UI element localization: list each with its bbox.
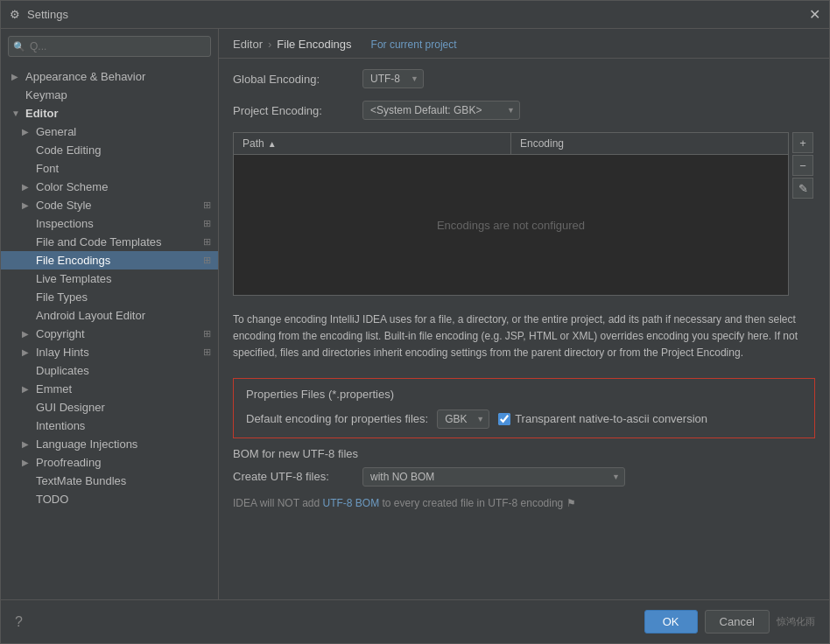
table-col-path: Path ▲ bbox=[234, 133, 511, 154]
sort-asc-icon: ▲ bbox=[268, 139, 277, 149]
encoding-info-text: To change encoding IntelliJ IDEA uses fo… bbox=[233, 304, 815, 369]
search-input[interactable] bbox=[8, 36, 211, 57]
bottom-bar-right: OK Cancel 惊鸿化雨 bbox=[644, 610, 815, 634]
project-encoding-row: Project Encoding: <System Default: GBK> … bbox=[233, 101, 815, 120]
sidebar-item-general[interactable]: ▶ General bbox=[1, 122, 218, 141]
table-body-empty: Encodings are not configured bbox=[234, 155, 788, 295]
global-encoding-dropdown[interactable]: UTF-8 ▼ bbox=[362, 69, 424, 88]
sidebar-item-label: Font bbox=[36, 162, 59, 175]
dropdown-arrow-icon: ▼ bbox=[507, 106, 515, 115]
help-button[interactable]: ? bbox=[15, 614, 23, 630]
sidebar-item-file-types[interactable]: File Types bbox=[1, 288, 218, 306]
bom-info-text: IDEA will NOT add UTF-8 BOM to every cre… bbox=[233, 497, 815, 509]
sidebar-item-code-editing[interactable]: Code Editing bbox=[1, 141, 218, 159]
badge-icon: ⊞ bbox=[203, 236, 211, 248]
sidebar-item-color-scheme[interactable]: ▶ Color Scheme bbox=[1, 178, 218, 196]
arrow-icon: ▶ bbox=[22, 384, 32, 394]
sidebar-item-emmet[interactable]: ▶ Emmet bbox=[1, 380, 218, 398]
sidebar-item-live-templates[interactable]: Live Templates bbox=[1, 270, 218, 288]
checkbox-label: Transparent native-to-ascii conversion bbox=[515, 412, 707, 425]
project-encoding-dropdown[interactable]: <System Default: GBK> ▼ bbox=[362, 101, 520, 120]
sidebar-item-duplicates[interactable]: Duplicates bbox=[1, 361, 218, 380]
sidebar-item-label: Emmet bbox=[36, 382, 72, 396]
panel-header: Editor › File Encodings For current proj… bbox=[219, 29, 829, 59]
properties-encoding-dropdown[interactable]: GBK ▼ bbox=[437, 410, 489, 429]
sidebar-item-label: Android Layout Editor bbox=[36, 309, 145, 322]
search-icon: 🔍 bbox=[13, 41, 25, 52]
properties-section-title: Properties Files (*.properties) bbox=[246, 388, 802, 401]
sidebar-item-label: Language Injections bbox=[36, 438, 137, 451]
badge-icon: ⊞ bbox=[203, 200, 211, 211]
sidebar-item-copyright[interactable]: ▶ Copyright ⊞ bbox=[1, 325, 218, 343]
sidebar-item-inspections[interactable]: Inspections ⊞ bbox=[1, 214, 218, 233]
add-encoding-button[interactable]: + bbox=[792, 132, 813, 153]
bom-create-value: with NO BOM bbox=[370, 471, 434, 483]
sidebar-item-label: GUI Designer bbox=[36, 401, 105, 414]
transparent-conversion-checkbox-wrap: Transparent native-to-ascii conversion bbox=[498, 412, 707, 425]
arrow-icon: ▶ bbox=[22, 127, 32, 136]
dropdown-arrow-icon: ▼ bbox=[476, 415, 484, 424]
dropdown-arrow-icon: ▼ bbox=[411, 74, 419, 83]
ok-button[interactable]: OK bbox=[644, 610, 698, 634]
sidebar-item-inlay-hints[interactable]: ▶ Inlay Hints ⊞ bbox=[1, 343, 218, 361]
right-panel: Editor › File Encodings For current proj… bbox=[219, 29, 829, 599]
bottom-bar: ? OK Cancel 惊鸿化雨 bbox=[1, 599, 829, 643]
remove-encoding-button[interactable]: − bbox=[792, 155, 813, 176]
panel-body: Global Encoding: UTF-8 ▼ Project Encodin… bbox=[219, 59, 829, 599]
arrow-icon: ▼ bbox=[11, 108, 22, 118]
project-encoding-value: <System Default: GBK> bbox=[370, 104, 482, 116]
dropdown-arrow-icon: ▼ bbox=[612, 472, 620, 481]
sidebar-item-label: Inspections bbox=[36, 217, 94, 230]
utf8-bom-link[interactable]: UTF-8 BOM bbox=[322, 497, 379, 509]
sidebar-item-label: Copyright bbox=[36, 327, 85, 340]
close-button[interactable]: ✕ bbox=[809, 8, 820, 22]
cancel-button[interactable]: Cancel bbox=[705, 610, 770, 634]
sidebar-item-code-style[interactable]: ▶ Code Style ⊞ bbox=[1, 196, 218, 214]
sidebar-item-label: Intentions bbox=[36, 419, 85, 432]
main-content: 🔍 ▶ Appearance & Behavior Keymap ▼ Edito… bbox=[1, 29, 829, 599]
sidebar-item-keymap[interactable]: Keymap bbox=[1, 86, 218, 104]
transparent-conversion-checkbox[interactable] bbox=[498, 413, 510, 425]
sidebar-item-language-injections[interactable]: ▶ Language Injections bbox=[1, 435, 218, 453]
bom-create-label: Create UTF-8 files: bbox=[233, 470, 355, 483]
sidebar-item-editor[interactable]: ▼ Editor bbox=[1, 104, 218, 122]
breadcrumb-parent: Editor bbox=[233, 38, 263, 51]
sidebar-item-todo[interactable]: TODO bbox=[1, 490, 218, 508]
table-header: Path ▲ Encoding bbox=[234, 133, 788, 155]
sidebar-item-label: General bbox=[36, 125, 76, 138]
table-col-encoding: Encoding bbox=[511, 133, 788, 154]
sidebar-tree: ▶ Appearance & Behavior Keymap ▼ Editor … bbox=[1, 64, 218, 599]
settings-window: ⚙ Settings ✕ 🔍 ▶ Appearance & Behavior K… bbox=[0, 0, 830, 644]
arrow-icon: ▶ bbox=[22, 182, 32, 192]
edit-encoding-button[interactable]: ✎ bbox=[792, 178, 813, 199]
for-project-link[interactable]: For current project bbox=[371, 38, 457, 51]
badge-icon: ⊞ bbox=[203, 255, 211, 266]
sidebar-item-textmate-bundles[interactable]: TextMate Bundles bbox=[1, 472, 218, 490]
sidebar-item-label: Keymap bbox=[25, 88, 67, 102]
sidebar-item-intentions[interactable]: Intentions bbox=[1, 416, 218, 435]
sidebar-item-file-code-templates[interactable]: File and Code Templates ⊞ bbox=[1, 233, 218, 251]
bom-create-dropdown[interactable]: with NO BOM ▼ bbox=[362, 467, 625, 486]
sidebar-item-label: Appearance & Behavior bbox=[25, 70, 145, 83]
sidebar-item-label: File Encodings bbox=[36, 254, 110, 267]
sidebar-item-label: Code Style bbox=[36, 199, 92, 212]
bom-section-title: BOM for new UTF-8 files bbox=[233, 447, 815, 460]
sidebar-item-gui-designer[interactable]: GUI Designer bbox=[1, 398, 218, 416]
watermark-text: 惊鸿化雨 bbox=[777, 615, 815, 628]
breadcrumb-separator: › bbox=[268, 38, 271, 51]
sidebar-item-label: Editor bbox=[25, 107, 59, 120]
sidebar-item-appearance[interactable]: ▶ Appearance & Behavior bbox=[1, 67, 218, 86]
breadcrumb-current: File Encodings bbox=[277, 38, 351, 51]
sidebar-item-label: Duplicates bbox=[36, 364, 89, 377]
sidebar-item-label: File Types bbox=[36, 290, 88, 304]
sidebar-item-label: TODO bbox=[36, 493, 68, 506]
sidebar-item-proofreading[interactable]: ▶ Proofreading bbox=[1, 453, 218, 472]
table-actions: + − ✎ bbox=[792, 132, 813, 199]
badge-icon: ⊞ bbox=[203, 218, 211, 229]
sidebar-item-label: File and Code Templates bbox=[36, 235, 162, 248]
sidebar-item-font[interactable]: Font bbox=[1, 159, 218, 178]
sidebar-item-label: Proofreading bbox=[36, 456, 101, 469]
sidebar-item-label: Code Editing bbox=[36, 144, 101, 157]
sidebar-item-file-encodings[interactable]: File Encodings ⊞ bbox=[1, 251, 218, 270]
sidebar-item-android-layout-editor[interactable]: Android Layout Editor bbox=[1, 306, 218, 325]
